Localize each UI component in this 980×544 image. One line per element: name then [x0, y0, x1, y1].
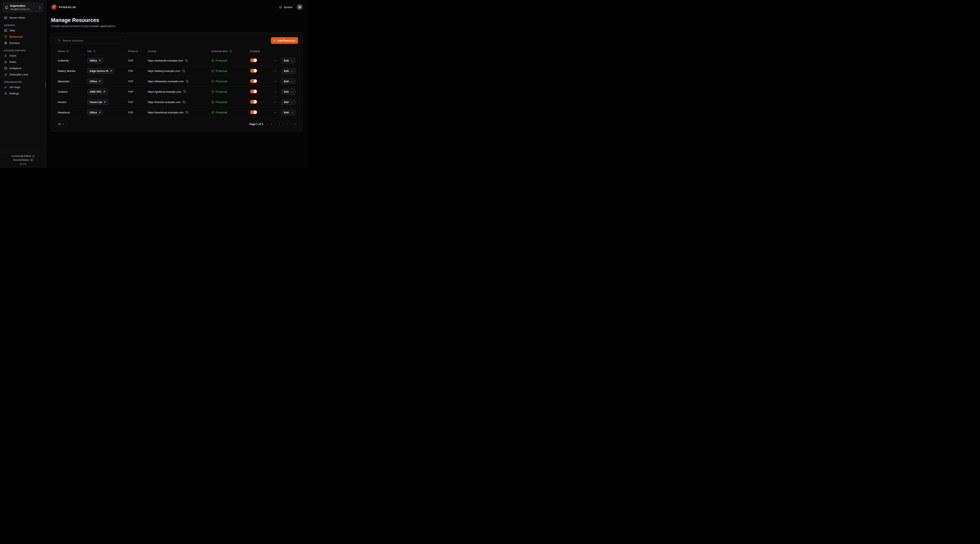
enabled-toggle[interactable] [250, 69, 257, 73]
column-header-site[interactable]: Site [87, 50, 128, 53]
previous-page-button[interactable]: ‹ [276, 121, 282, 127]
row-menu-button[interactable]: ⋯ [273, 89, 278, 94]
avatar[interactable]: M [297, 4, 302, 10]
page-size-select[interactable]: 20 ▾ [56, 121, 66, 127]
resource-protocol: TCP [128, 111, 148, 114]
sidebar-item-sites[interactable]: Sites [3, 27, 43, 34]
brand: PANGOLIN [51, 4, 76, 10]
copy-icon [186, 111, 188, 114]
theme-label: System [283, 6, 293, 9]
resource-name: Grafana [58, 90, 87, 93]
access-cell: https://bitwarden.example.com [148, 80, 211, 83]
protected-label: Protected [216, 90, 227, 93]
external-arrow-icon: ↗ [99, 80, 101, 82]
actions-cell: ⋯ Edit → [267, 57, 296, 63]
edit-button[interactable]: Edit → [281, 99, 296, 105]
add-resource-button[interactable]: + Add Resource [271, 37, 298, 44]
enabled-toggle[interactable] [250, 100, 257, 104]
external-arrow-icon: ↗ [99, 111, 101, 114]
search-box [56, 37, 126, 44]
sidebar-item-label: Resources [10, 35, 23, 38]
last-page-button[interactable]: » [292, 121, 298, 127]
sidebar-item-api-keys[interactable]: API Keys [3, 84, 43, 90]
documentation-link[interactable]: Documentation [0, 158, 46, 162]
sidebar-item-domains[interactable]: Domains [3, 40, 43, 46]
external-arrow-icon: ↗ [104, 101, 106, 103]
site-link-button[interactable]: Office ↗ [87, 78, 103, 84]
sidebar-item-invitations[interactable]: Invitations [3, 65, 43, 71]
enabled-cell [250, 69, 267, 73]
copy-url-button[interactable] [183, 90, 186, 93]
sidebar-scrollbar[interactable] [45, 82, 46, 88]
theme-toggle[interactable]: System [279, 6, 293, 9]
site-cell: Edge Device 01 ↗ [87, 68, 128, 74]
edit-button[interactable]: Edit → [281, 68, 296, 74]
sidebar-item-shareable-links[interactable]: Shareable Links [3, 71, 43, 78]
resource-url: https://bitwarden.example.com [148, 80, 184, 83]
resources-icon [4, 35, 7, 38]
copy-url-button[interactable] [182, 70, 185, 72]
copy-icon [186, 80, 189, 82]
row-menu-button[interactable]: ⋯ [273, 110, 278, 114]
copy-url-button[interactable] [183, 101, 185, 103]
enabled-toggle[interactable] [250, 89, 257, 94]
first-page-button[interactable]: « [268, 121, 275, 127]
site-link-button[interactable]: Edge Device 01 ↗ [87, 68, 115, 74]
sidebar-item-resources[interactable]: Resources [3, 34, 43, 40]
column-label: Name [58, 50, 65, 53]
sidebar-item-label: Server Admin [10, 16, 25, 19]
resource-name: Bitwarden [58, 80, 87, 83]
search-input[interactable] [62, 39, 123, 42]
authentication-status: Protected [211, 80, 250, 83]
key-icon [4, 86, 7, 89]
site-link-button[interactable]: AWS VPC ↗ [87, 89, 108, 95]
row-menu-button[interactable]: ⋯ [273, 79, 278, 83]
enabled-toggle[interactable] [250, 110, 257, 114]
protected-label: Protected [216, 70, 227, 73]
sidebar-item-settings[interactable]: Settings [3, 90, 43, 97]
site-link-button[interactable]: Office ↗ [87, 109, 103, 115]
row-menu-button[interactable]: ⋯ [273, 100, 278, 104]
edit-button[interactable]: Edit → [281, 57, 296, 63]
page-subtitle: Create secure proxies to your private ap… [51, 24, 302, 28]
org-selector[interactable]: Organization milo@fossorial.io's ... [3, 3, 43, 12]
protected-label: Protected [216, 59, 227, 62]
sidebar-item-roles[interactable]: Roles [3, 59, 43, 65]
copy-url-button[interactable] [186, 111, 188, 114]
copy-url-button[interactable] [185, 59, 188, 62]
arrow-right-icon: → [291, 80, 293, 83]
edit-button[interactable]: Edit → [281, 89, 296, 95]
table-row: Bitwarden Office ↗ TCP https://bitwarden… [56, 76, 298, 86]
copy-icon [182, 70, 185, 72]
edit-button[interactable]: Edit → [281, 109, 296, 115]
community-edition-link[interactable]: Community Edition [0, 154, 46, 158]
page-title: Manage Resources [51, 17, 302, 23]
next-page-button[interactable]: › [284, 121, 290, 127]
access-cell: https://authentik.example.com [148, 59, 211, 62]
column-header-authentication[interactable]: Authentication [211, 50, 250, 53]
column-header-name[interactable]: Name [58, 50, 87, 53]
chevron-left-icon: ‹ [279, 122, 280, 125]
resource-name: Battery Monitor [58, 70, 87, 73]
access-cell: https://grafana.example.com [148, 90, 211, 93]
site-link-button[interactable]: Office ↗ [87, 57, 103, 63]
table-body: Authentik Office ↗ TCP https://authentik… [56, 55, 298, 118]
row-menu-button[interactable]: ⋯ [273, 69, 278, 73]
enabled-toggle[interactable] [250, 79, 257, 83]
resource-protocol: TCP [128, 59, 148, 62]
enabled-toggle[interactable] [250, 59, 257, 62]
resource-url: https://nextcloud.example.com [148, 111, 183, 114]
site-link-button[interactable]: Home Lab ↗ [87, 99, 108, 105]
copy-url-button[interactable] [186, 80, 189, 82]
user-icon [4, 54, 7, 57]
site-cell: Home Lab ↗ [87, 99, 128, 105]
sidebar-item-users[interactable]: Users [3, 53, 43, 59]
table-row: Nextcloud Office ↗ TCP https://nextcloud… [56, 107, 298, 117]
edit-label: Edit [284, 90, 289, 93]
row-menu-button[interactable]: ⋯ [273, 59, 278, 63]
sidebar-item-server-admin[interactable]: Server Admin [3, 15, 43, 21]
edit-button[interactable]: Edit → [281, 78, 296, 84]
table-header: Name Site Protocol Access Authentication [56, 47, 298, 55]
authentication-status: Protected [211, 90, 250, 93]
column-label: Protocol [128, 50, 138, 53]
